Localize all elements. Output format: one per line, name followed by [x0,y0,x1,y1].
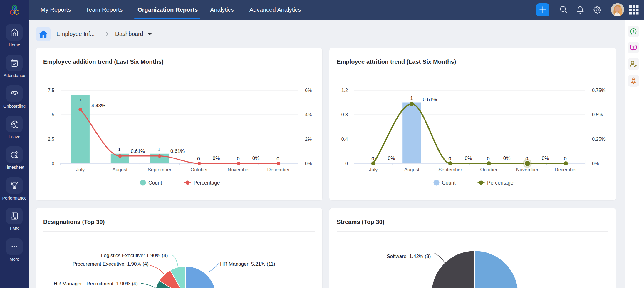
svg-text:0.61%: 0.61% [131,148,145,154]
svg-text:Logistics Executive: 1.90% (4): Logistics Executive: 1.90% (4) [101,253,168,258]
svg-text:0%: 0% [592,161,599,166]
svg-text:2.5: 2.5 [48,137,54,142]
svg-text:October: October [480,167,497,172]
svg-text:HR Manager - Recruitment: 1.90: HR Manager - Recruitment: 1.90% (4) [54,281,138,287]
svg-text:0.5%: 0.5% [592,112,603,117]
svg-text:4.43%: 4.43% [91,103,105,108]
svg-text:August: August [404,167,420,172]
svg-text:0%: 0% [503,155,511,161]
svg-text:0: 0 [197,156,200,162]
svg-text:?: ? [632,45,635,50]
svg-text:0%: 0% [465,155,472,161]
svg-text:0.75%: 0.75% [592,88,605,93]
svg-text:0%: 0% [213,155,220,161]
svg-text:0.4: 0.4 [341,137,348,142]
svg-text:0: 0 [525,156,528,162]
svg-text:October: October [191,167,208,172]
svg-text:July: July [369,167,378,172]
svg-text:0%: 0% [388,155,395,161]
svg-text:September: September [148,167,172,172]
svg-text:0%: 0% [305,161,312,166]
svg-text:0: 0 [52,161,54,166]
svg-text:Software: 1.42% (3): Software: 1.42% (3) [387,254,431,259]
svg-text:0.61%: 0.61% [170,148,185,154]
svg-text:0: 0 [564,156,566,162]
svg-text:0: 0 [371,156,374,162]
svg-text:0.8: 0.8 [341,112,348,117]
svg-text:0.25%: 0.25% [592,137,605,142]
svg-text:July: July [76,167,85,172]
svg-text:December: December [267,167,290,172]
svg-text:0%: 0% [542,155,549,161]
svg-text:7.5: 7.5 [48,88,54,93]
svg-text:?: ? [632,29,635,34]
svg-text:4%: 4% [305,112,312,117]
svg-text:0: 0 [276,156,279,162]
svg-text:HR Manager: 5.21% (11): HR Manager: 5.21% (11) [220,261,275,267]
svg-text:November: November [228,167,250,172]
svg-text:6%: 6% [305,88,312,93]
svg-text:0: 0 [448,156,451,162]
svg-text:1: 1 [118,147,120,152]
svg-text:Procurement Executive: 1.90% (: Procurement Executive: 1.90% (4) [73,261,149,267]
svg-text:1: 1 [157,147,160,152]
svg-text:0: 0 [487,156,489,162]
svg-text:0.61%: 0.61% [423,97,437,102]
svg-text:1.2: 1.2 [341,88,348,93]
svg-text:1: 1 [410,96,413,101]
svg-text:Count: Count [148,180,162,186]
svg-text:September: September [438,167,462,172]
svg-text:Percentage: Percentage [487,180,514,186]
svg-text:Percentage: Percentage [194,180,220,186]
svg-text:December: December [555,167,577,172]
svg-text:August: August [113,167,128,172]
svg-text:2%: 2% [305,137,312,142]
svg-text:7: 7 [79,98,81,103]
svg-text:0: 0 [237,156,239,162]
svg-text:0%: 0% [252,155,260,161]
svg-text:0: 0 [345,161,348,166]
svg-text:Count: Count [442,180,456,186]
svg-text:5: 5 [52,112,54,117]
